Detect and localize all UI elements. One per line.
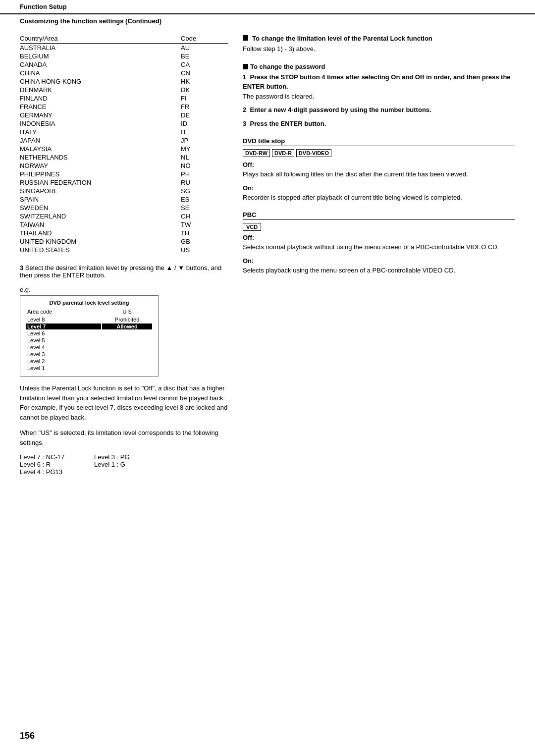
password-step1: 1 Press the STOP button 4 times after se… (243, 72, 515, 102)
format-badge: DVD-VIDEO (296, 149, 331, 157)
step3-text: Select the desired limitation level by p… (20, 264, 221, 279)
vcd-badge: VCD (243, 223, 261, 231)
list-item: Level 6 (26, 330, 152, 336)
table-row: SWITZERLANDCH (20, 212, 228, 220)
list-item: Level 8Prohibited (26, 317, 152, 323)
table-row: DENMARKDK (20, 86, 228, 94)
step1-note: The password is cleared. (243, 93, 315, 100)
step3-press-text: Press the ENTER button. (250, 120, 326, 127)
table-row: GERMANYDE (20, 111, 228, 119)
country-code: FI (166, 94, 228, 103)
country-code: US (166, 246, 228, 254)
country-name: UNITED KINGDOM (20, 237, 166, 246)
country-name: CHINA HONG KONG (20, 77, 166, 86)
password-heading: To change the password (243, 63, 515, 70)
password-step3: 3 Press the ENTER button. (243, 119, 515, 129)
table-row: INDONESIAID (20, 119, 228, 128)
country-code: BE (166, 52, 228, 60)
parental-note: Unless the Parental Lock function is set… (20, 383, 228, 422)
country-name: DENMARK (20, 86, 166, 94)
limitation-heading: To change the limitation level of the Pa… (243, 35, 515, 42)
table-row: NORWAYNO (20, 162, 228, 170)
country-name: RUSSIAN FEDERATION (20, 178, 166, 187)
country-code: ES (166, 195, 228, 204)
country-code: CN (166, 69, 228, 77)
table-row: CANADACA (20, 60, 228, 69)
level-rating-left: Level 4 : PG13 (20, 468, 84, 476)
page-number: 156 (20, 731, 35, 741)
level-rating-right: Level 1 : G (94, 461, 159, 468)
screen-table: Area code U S (25, 308, 153, 316)
black-square-icon (243, 35, 248, 41)
table-row: CHINA HONG KONGHK (20, 77, 228, 86)
dvd-off-text: Plays back all following titles on the d… (243, 169, 515, 179)
country-name: BELGIUM (20, 52, 166, 60)
list-item: Level 4 (26, 344, 152, 350)
country-name: MALAYSIA (20, 145, 166, 153)
step2-text: Enter a new 4-digit password by using th… (250, 106, 431, 113)
table-row: UNITED STATESUS (20, 246, 228, 254)
country-code: NL (166, 153, 228, 162)
country-code: FR (166, 103, 228, 111)
country-code: MY (166, 145, 228, 153)
country-code: SE (166, 204, 228, 212)
subheader: Customizing the function settings (Conti… (0, 14, 535, 25)
level-rating-right (94, 468, 159, 476)
level-ratings: Level 7 : NC-17Level 3 : PGLevel 6 : RLe… (20, 453, 159, 476)
screen-box-title: DVD parental lock level setting (25, 300, 153, 306)
country-name: INDONESIA (20, 119, 166, 128)
pbc-heading: PBC (243, 211, 515, 220)
country-name: NORWAY (20, 162, 166, 170)
table-row: CHINACN (20, 69, 228, 77)
country-name: FRANCE (20, 103, 166, 111)
country-code: CH (166, 212, 228, 220)
table-row: PHILIPPINESPH (20, 170, 228, 178)
country-code: TH (166, 229, 228, 237)
country-name: TAIWAN (20, 220, 166, 229)
code-col-header: Code (166, 35, 228, 44)
step3-number: 3 (20, 264, 23, 271)
table-row: UNITED KINGDOMGB (20, 237, 228, 246)
country-name: UNITED STATES (20, 246, 166, 254)
country-code: AU (166, 44, 228, 53)
country-name: CHINA (20, 69, 166, 77)
limitation-text: Follow step 1) - 3) above. (243, 44, 515, 54)
list-item: Level 1 (26, 365, 152, 371)
table-row: SWEDENSE (20, 204, 228, 212)
table-row: MALAYSIAMY (20, 145, 228, 153)
section-limitation-level: To change the limitation level of the Pa… (243, 35, 515, 54)
area-code-value: U S (102, 309, 152, 315)
format-badge: DVD-RW (243, 149, 270, 157)
country-code: NO (166, 162, 228, 170)
right-column: To change the limitation level of the Pa… (243, 35, 515, 478)
step3-number: 3 (243, 120, 246, 127)
left-column: Country/Area Code AUSTRALIAAUBELGIUMBECA… (20, 35, 228, 478)
pbc-off-label: Off: (243, 234, 515, 241)
country-code: SG (166, 187, 228, 195)
country-code: IT (166, 128, 228, 136)
level-rating-right: Level 3 : PG (94, 453, 159, 461)
country-code: ID (166, 119, 228, 128)
black-square-icon2 (243, 64, 248, 69)
level-rating-left: Level 6 : R (20, 461, 84, 468)
password-heading-text: To change the password (250, 63, 325, 70)
country-name: ITALY (20, 128, 166, 136)
country-name: SWITZERLAND (20, 212, 166, 220)
country-code: JP (166, 136, 228, 145)
level-rating-left: Level 7 : NC-17 (20, 453, 84, 461)
step3-instruction: 3 Select the desired limitation level by… (20, 264, 228, 279)
section-pbc: PBC VCD Off: Selects normal playback wit… (243, 211, 515, 275)
country-code: HK (166, 77, 228, 86)
country-name: AUSTRALIA (20, 44, 166, 53)
country-name: THAILAND (20, 229, 166, 237)
dvd-off-label: Off: (243, 161, 515, 168)
table-row: TAIWANTW (20, 220, 228, 229)
section-dvd-title-stop: DVD title stop DVD-RWDVD-RDVD-VIDEO Off:… (243, 137, 515, 202)
country-name: GERMANY (20, 111, 166, 119)
step1-number: 1 (243, 73, 246, 81)
password-step2: 2 Enter a new 4-digit password by using … (243, 105, 515, 115)
country-code: TW (166, 220, 228, 229)
country-name: SINGAPORE (20, 187, 166, 195)
area-code-label: Area code (26, 309, 101, 315)
country-code: GB (166, 237, 228, 246)
